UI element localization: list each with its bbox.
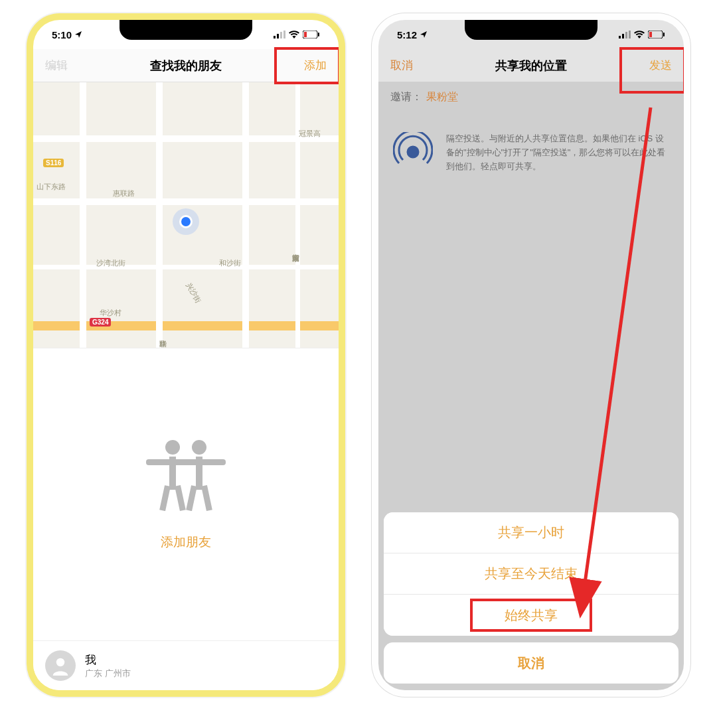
screen-left: 5:10 编辑 查找我的朋友 添加 xyxy=(33,20,339,690)
nav-bar-right: 取消 共享我的位置 发送 xyxy=(378,49,684,82)
svg-rect-14 xyxy=(186,485,197,511)
map-road-label: 和沙街 xyxy=(219,258,241,268)
share-body: 邀请： 果粉堂 隔空投送。与附近的人共享位置信息。如果他们在 iOS 设备的"控… xyxy=(378,82,684,690)
svg-rect-3 xyxy=(283,31,285,38)
me-location: 广东 广州市 xyxy=(85,668,131,680)
person-avatar-icon xyxy=(45,650,76,681)
map-road-label: 冠景高 xyxy=(299,129,321,139)
add-button[interactable]: 添加 xyxy=(280,58,327,73)
svg-rect-0 xyxy=(274,36,276,38)
svg-rect-15 xyxy=(201,485,212,511)
map-shield-s116: S116 xyxy=(43,159,64,167)
svg-rect-11 xyxy=(146,459,226,465)
battery-low-icon xyxy=(648,29,665,40)
svg-rect-20 xyxy=(629,31,631,38)
nav-bar-left: 编辑 查找我的朋友 添加 xyxy=(33,49,339,82)
svg-rect-19 xyxy=(625,32,627,38)
status-time-group: 5:12 xyxy=(397,29,428,40)
map-shield-g324: G324 xyxy=(90,318,111,327)
share-until-end-of-day-button[interactable]: 共享至今天结束 xyxy=(384,553,678,595)
status-time: 5:12 xyxy=(397,29,417,40)
battery-low-icon xyxy=(303,29,320,40)
svg-rect-17 xyxy=(619,36,621,38)
svg-point-7 xyxy=(165,440,180,455)
svg-point-16 xyxy=(56,658,65,667)
airdrop-description: 隔空投送。与附近的人共享位置信息。如果他们在 iOS 设备的"控制中心"打开了"… xyxy=(446,132,669,175)
user-location-dot xyxy=(173,208,199,235)
invite-value: 果粉堂 xyxy=(426,90,458,104)
svg-rect-12 xyxy=(159,485,171,511)
me-name: 我 xyxy=(85,652,131,668)
me-info: 我 广东 广州市 xyxy=(85,652,131,680)
phone-frame-right: 5:12 取消 共享我的位置 发送 xyxy=(372,13,690,697)
map-road-label: 沙湾北街 xyxy=(96,258,125,268)
me-row[interactable]: 我 广东 广州市 xyxy=(33,640,339,690)
svg-point-8 xyxy=(192,440,206,455)
cancel-label: 取消 xyxy=(518,654,544,672)
notch xyxy=(120,20,252,40)
share-one-hour-button[interactable]: 共享一小时 xyxy=(384,512,678,553)
add-friend-button[interactable]: 添加朋友 xyxy=(161,534,211,551)
airdrop-section: 隔空投送。与附近的人共享位置信息。如果他们在 iOS 设备的"控制中心"打开了"… xyxy=(378,112,684,181)
sheet-options-group: 共享一小时 共享至今天结束 始终共享 xyxy=(384,512,678,636)
svg-rect-23 xyxy=(663,33,665,36)
sheet-option-label: 始终共享 xyxy=(505,607,558,624)
invite-row[interactable]: 邀请： 果粉堂 xyxy=(378,82,684,112)
nav-title: 共享我的位置 xyxy=(495,58,567,74)
location-arrow-icon xyxy=(420,29,428,40)
phone-frame-left: 5:10 编辑 查找我的朋友 添加 xyxy=(27,13,345,697)
cancel-nav-button[interactable]: 取消 xyxy=(390,58,437,73)
svg-rect-5 xyxy=(304,32,307,37)
svg-rect-22 xyxy=(649,32,652,37)
map-road-label: 惠联路 xyxy=(113,188,135,198)
status-icons xyxy=(274,29,320,40)
share-indefinitely-button[interactable]: 始终共享 xyxy=(384,595,678,636)
cellular-signal-icon xyxy=(619,29,631,40)
screen-right: 5:12 取消 共享我的位置 发送 xyxy=(378,20,684,690)
map-road-label: 山下东路 xyxy=(37,182,66,192)
location-arrow-icon xyxy=(74,29,82,40)
map-village-label: 华沙村 xyxy=(100,308,121,318)
svg-rect-13 xyxy=(175,485,186,511)
send-button[interactable]: 发送 xyxy=(625,58,672,73)
svg-rect-2 xyxy=(280,32,282,38)
map-view[interactable]: 山下东路 惠联路 沙湾北街 和沙街 兴沙街 联华路 冠景高 华沙村 黄埔东家街 … xyxy=(33,82,339,348)
svg-point-24 xyxy=(408,147,418,157)
status-time-group: 5:10 xyxy=(52,29,82,40)
svg-rect-18 xyxy=(622,34,624,38)
cellular-signal-icon xyxy=(274,29,285,40)
wifi-icon xyxy=(634,29,645,40)
svg-rect-6 xyxy=(318,33,319,36)
action-sheet: 共享一小时 共享至今天结束 始终共享 取消 xyxy=(384,512,678,684)
edit-button[interactable]: 编辑 xyxy=(45,58,92,73)
sheet-option-label: 共享一小时 xyxy=(498,524,564,542)
invite-label: 邀请： xyxy=(390,90,422,104)
friends-icon xyxy=(143,438,229,514)
map-road-label: 兴沙街 xyxy=(184,281,203,305)
notch xyxy=(465,20,598,40)
airdrop-icon xyxy=(393,132,433,175)
empty-friends-panel: 添加朋友 xyxy=(33,348,339,640)
sheet-option-label: 共享至今天结束 xyxy=(485,565,578,583)
nav-title: 查找我的朋友 xyxy=(150,58,222,74)
sheet-cancel-button[interactable]: 取消 xyxy=(384,642,678,684)
status-icons xyxy=(619,29,665,40)
wifi-icon xyxy=(289,29,299,40)
svg-rect-1 xyxy=(277,34,279,38)
status-time: 5:10 xyxy=(52,29,72,40)
